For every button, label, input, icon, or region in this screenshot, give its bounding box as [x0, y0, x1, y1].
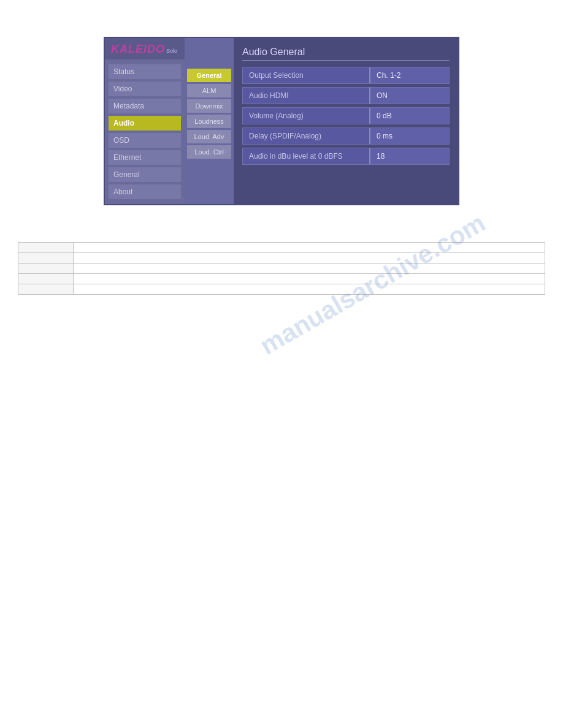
- logo-brand: KALEIDO: [111, 43, 165, 56]
- setting-label-delay: Delay (SPDIF/Analog): [243, 128, 369, 144]
- table-cell-col2: [74, 243, 545, 253]
- setting-row-output-selection: Output Selection Ch. 1-2: [242, 67, 450, 84]
- sidebar-nav: Status Video Metadata Audio OSD Ethernet…: [105, 59, 185, 204]
- table-cell-col1: [18, 274, 74, 284]
- subnav-item-loudness[interactable]: Loudness: [187, 115, 231, 128]
- setting-row-volume: Volume (Analog) 0 dB: [242, 107, 450, 124]
- sidebar-item-ethernet[interactable]: Ethernet: [109, 150, 181, 165]
- setting-label-dbu: Audio in dBu level at 0 dBFS: [243, 148, 369, 164]
- sidebar-item-video[interactable]: Video: [109, 82, 181, 96]
- settings-list: Output Selection Ch. 1-2 Audio HDMI ON V…: [242, 67, 450, 165]
- subnav-item-general[interactable]: General: [187, 69, 231, 82]
- setting-label-volume: Volume (Analog): [243, 108, 369, 124]
- setting-value-output-selection[interactable]: Ch. 1-2: [369, 67, 449, 83]
- ui-panel: KALEIDO Solo Status Video Metadata Audio…: [104, 37, 459, 205]
- table-cell-col2: [74, 284, 545, 295]
- data-table: [18, 242, 545, 295]
- table-row: [18, 243, 545, 253]
- table-cell-col2: [74, 253, 545, 264]
- sidebar: KALEIDO Solo Status Video Metadata Audio…: [105, 38, 185, 204]
- setting-label-output-selection: Output Selection: [243, 67, 369, 83]
- table-row: [18, 284, 545, 295]
- subnav-item-loud-ctrl[interactable]: Loud. Ctrl: [187, 145, 231, 159]
- subnav-item-downmix[interactable]: Downmix: [187, 99, 231, 113]
- subnav: General ALM Downmix Loudness Loud. Adv L…: [185, 38, 234, 204]
- main-content: Audio General Output Selection Ch. 1-2 A…: [234, 38, 458, 204]
- setting-value-audio-hdmi[interactable]: ON: [369, 88, 449, 104]
- sidebar-item-general[interactable]: General: [109, 167, 181, 182]
- logo-area: KALEIDO Solo: [105, 38, 185, 59]
- subnav-item-loud-adv[interactable]: Loud. Adv: [187, 130, 231, 143]
- sidebar-item-metadata[interactable]: Metadata: [109, 99, 181, 113]
- setting-value-dbu[interactable]: 18: [369, 148, 449, 164]
- table-cell-col2: [74, 264, 545, 274]
- table-row: [18, 274, 545, 284]
- setting-value-delay[interactable]: 0 ms: [369, 128, 449, 144]
- table-cell-col2: [74, 274, 545, 284]
- logo-model: Solo: [166, 48, 177, 54]
- content-title: Audio General: [242, 47, 450, 61]
- table-cell-col1: [18, 253, 74, 264]
- setting-row-audio-hdmi: Audio HDMI ON: [242, 87, 450, 104]
- table-row: [18, 253, 545, 264]
- sidebar-item-about[interactable]: About: [109, 184, 181, 199]
- subnav-item-alm[interactable]: ALM: [187, 84, 231, 97]
- table-cell-col1: [18, 243, 74, 253]
- table-row: [18, 264, 545, 274]
- table-cell-col1: [18, 284, 74, 295]
- setting-row-delay: Delay (SPDIF/Analog) 0 ms: [242, 127, 450, 145]
- setting-label-audio-hdmi: Audio HDMI: [243, 88, 369, 104]
- setting-value-volume[interactable]: 0 dB: [369, 108, 449, 124]
- table-cell-col1: [18, 264, 74, 274]
- sidebar-item-osd[interactable]: OSD: [109, 133, 181, 148]
- setting-row-dbu: Audio in dBu level at 0 dBFS 18: [242, 148, 450, 165]
- sidebar-item-status[interactable]: Status: [109, 64, 181, 79]
- sidebar-item-audio[interactable]: Audio: [109, 116, 181, 131]
- data-table-section: [18, 242, 545, 295]
